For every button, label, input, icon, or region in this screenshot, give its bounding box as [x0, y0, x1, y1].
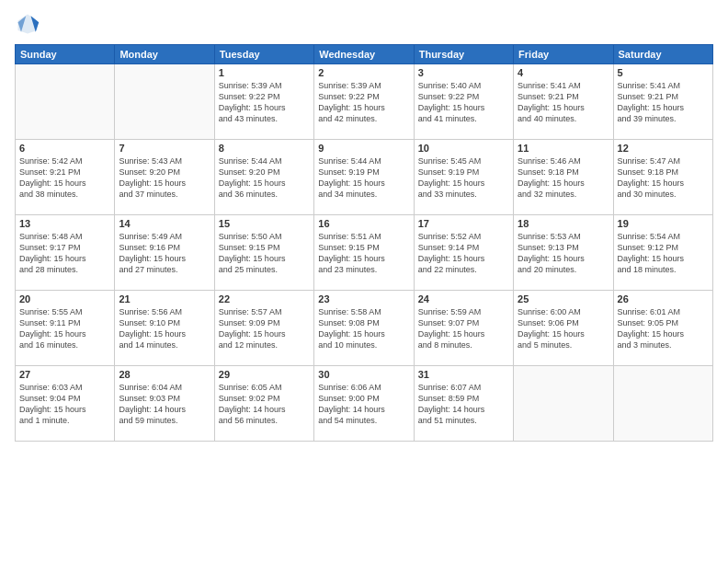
weekday-header-saturday: Saturday — [613, 45, 712, 64]
day-number: 30 — [318, 369, 409, 380]
day-number: 4 — [518, 67, 609, 78]
calendar-cell: 5Sunrise: 5:41 AM Sunset: 9:21 PM Daylig… — [613, 64, 712, 140]
cell-content: Sunrise: 6:01 AM Sunset: 9:05 PM Dayligh… — [618, 306, 709, 351]
calendar: SundayMondayTuesdayWednesdayThursdayFrid… — [15, 44, 713, 442]
day-number: 5 — [618, 67, 709, 78]
day-number: 7 — [119, 143, 210, 154]
cell-content: Sunrise: 5:52 AM Sunset: 9:14 PM Dayligh… — [418, 231, 509, 276]
day-number: 18 — [518, 218, 609, 229]
calendar-cell: 4Sunrise: 5:41 AM Sunset: 9:21 PM Daylig… — [514, 64, 613, 140]
day-number: 8 — [219, 143, 310, 154]
day-number: 20 — [19, 293, 110, 304]
calendar-cell: 29Sunrise: 6:05 AM Sunset: 9:02 PM Dayli… — [214, 366, 313, 442]
day-number: 27 — [19, 369, 110, 380]
cell-content: Sunrise: 6:05 AM Sunset: 9:02 PM Dayligh… — [219, 382, 310, 427]
cell-content: Sunrise: 5:46 AM Sunset: 9:18 PM Dayligh… — [518, 155, 609, 201]
week-row-2: 13Sunrise: 5:48 AM Sunset: 9:17 PM Dayli… — [16, 215, 713, 291]
header — [15, 11, 713, 37]
calendar-cell: 1Sunrise: 5:39 AM Sunset: 9:22 PM Daylig… — [214, 64, 313, 140]
day-number: 29 — [219, 369, 310, 380]
calendar-cell: 30Sunrise: 6:06 AM Sunset: 9:00 PM Dayli… — [314, 366, 414, 442]
week-row-4: 27Sunrise: 6:03 AM Sunset: 9:04 PM Dayli… — [16, 366, 713, 442]
cell-content: Sunrise: 5:53 AM Sunset: 9:13 PM Dayligh… — [518, 231, 609, 276]
cell-content: Sunrise: 5:54 AM Sunset: 9:12 PM Dayligh… — [618, 231, 709, 276]
cell-content: Sunrise: 5:56 AM Sunset: 9:10 PM Dayligh… — [119, 306, 210, 351]
calendar-cell — [115, 64, 214, 140]
cell-content: Sunrise: 5:45 AM Sunset: 9:19 PM Dayligh… — [418, 155, 509, 201]
calendar-cell: 8Sunrise: 5:44 AM Sunset: 9:20 PM Daylig… — [214, 140, 313, 215]
day-number: 15 — [219, 218, 310, 229]
calendar-cell: 11Sunrise: 5:46 AM Sunset: 9:18 PM Dayli… — [514, 140, 613, 215]
cell-content: Sunrise: 6:03 AM Sunset: 9:04 PM Dayligh… — [19, 382, 110, 427]
weekday-header-monday: Monday — [115, 45, 214, 64]
cell-content: Sunrise: 5:49 AM Sunset: 9:16 PM Dayligh… — [119, 231, 210, 276]
day-number: 17 — [418, 218, 509, 229]
day-number: 24 — [418, 293, 509, 304]
day-number: 1 — [219, 67, 310, 78]
weekday-header-friday: Friday — [514, 45, 613, 64]
calendar-cell: 31Sunrise: 6:07 AM Sunset: 8:59 PM Dayli… — [414, 366, 513, 442]
cell-content: Sunrise: 5:42 AM Sunset: 9:21 PM Dayligh… — [19, 155, 110, 201]
cell-content: Sunrise: 5:57 AM Sunset: 9:09 PM Dayligh… — [219, 306, 310, 351]
cell-content: Sunrise: 5:39 AM Sunset: 9:22 PM Dayligh… — [219, 80, 310, 125]
day-number: 31 — [418, 369, 509, 380]
calendar-cell: 3Sunrise: 5:40 AM Sunset: 9:22 PM Daylig… — [414, 64, 513, 140]
calendar-cell: 19Sunrise: 5:54 AM Sunset: 9:12 PM Dayli… — [613, 215, 712, 291]
calendar-cell: 24Sunrise: 5:59 AM Sunset: 9:07 PM Dayli… — [414, 291, 513, 366]
calendar-cell: 16Sunrise: 5:51 AM Sunset: 9:15 PM Dayli… — [314, 215, 414, 291]
calendar-cell: 20Sunrise: 5:55 AM Sunset: 9:11 PM Dayli… — [16, 291, 115, 366]
page: SundayMondayTuesdayWednesdayThursdayFrid… — [0, 0, 728, 563]
calendar-cell — [514, 366, 613, 442]
week-row-0: 1Sunrise: 5:39 AM Sunset: 9:22 PM Daylig… — [16, 64, 713, 140]
weekday-header-row: SundayMondayTuesdayWednesdayThursdayFrid… — [16, 45, 713, 64]
calendar-cell: 21Sunrise: 5:56 AM Sunset: 9:10 PM Dayli… — [115, 291, 214, 366]
calendar-cell: 9Sunrise: 5:44 AM Sunset: 9:19 PM Daylig… — [314, 140, 414, 215]
day-number: 2 — [318, 67, 409, 78]
day-number: 19 — [618, 218, 709, 229]
day-number: 22 — [219, 293, 310, 304]
weekday-header-wednesday: Wednesday — [314, 45, 414, 64]
calendar-cell: 14Sunrise: 5:49 AM Sunset: 9:16 PM Dayli… — [115, 215, 214, 291]
cell-content: Sunrise: 6:00 AM Sunset: 9:06 PM Dayligh… — [518, 306, 609, 351]
cell-content: Sunrise: 6:06 AM Sunset: 9:00 PM Dayligh… — [318, 382, 409, 427]
cell-content: Sunrise: 5:55 AM Sunset: 9:11 PM Dayligh… — [19, 306, 110, 351]
cell-content: Sunrise: 5:43 AM Sunset: 9:20 PM Dayligh… — [119, 155, 210, 201]
weekday-header-sunday: Sunday — [16, 45, 115, 64]
cell-content: Sunrise: 5:48 AM Sunset: 9:17 PM Dayligh… — [19, 231, 110, 276]
calendar-cell: 22Sunrise: 5:57 AM Sunset: 9:09 PM Dayli… — [214, 291, 313, 366]
calendar-cell: 10Sunrise: 5:45 AM Sunset: 9:19 PM Dayli… — [414, 140, 513, 215]
cell-content: Sunrise: 5:50 AM Sunset: 9:15 PM Dayligh… — [219, 231, 310, 276]
day-number: 3 — [418, 67, 509, 78]
cell-content: Sunrise: 5:40 AM Sunset: 9:22 PM Dayligh… — [418, 80, 509, 125]
calendar-cell: 25Sunrise: 6:00 AM Sunset: 9:06 PM Dayli… — [514, 291, 613, 366]
calendar-cell: 6Sunrise: 5:42 AM Sunset: 9:21 PM Daylig… — [16, 140, 115, 215]
day-number: 6 — [19, 143, 110, 154]
day-number: 16 — [318, 218, 409, 229]
weekday-header-tuesday: Tuesday — [214, 45, 313, 64]
cell-content: Sunrise: 5:41 AM Sunset: 9:21 PM Dayligh… — [618, 80, 709, 125]
calendar-cell: 7Sunrise: 5:43 AM Sunset: 9:20 PM Daylig… — [115, 140, 214, 215]
week-row-3: 20Sunrise: 5:55 AM Sunset: 9:11 PM Dayli… — [16, 291, 713, 366]
calendar-cell — [613, 366, 712, 442]
calendar-cell: 17Sunrise: 5:52 AM Sunset: 9:14 PM Dayli… — [414, 215, 513, 291]
calendar-cell: 2Sunrise: 5:39 AM Sunset: 9:22 PM Daylig… — [314, 64, 414, 140]
calendar-cell: 13Sunrise: 5:48 AM Sunset: 9:17 PM Dayli… — [16, 215, 115, 291]
day-number: 11 — [518, 143, 609, 154]
cell-content: Sunrise: 5:47 AM Sunset: 9:18 PM Dayligh… — [618, 155, 709, 201]
day-number: 14 — [119, 218, 210, 229]
day-number: 13 — [19, 218, 110, 229]
calendar-cell — [16, 64, 115, 140]
calendar-cell: 12Sunrise: 5:47 AM Sunset: 9:18 PM Dayli… — [613, 140, 712, 215]
cell-content: Sunrise: 5:39 AM Sunset: 9:22 PM Dayligh… — [318, 80, 409, 125]
logo — [15, 11, 44, 37]
calendar-cell: 18Sunrise: 5:53 AM Sunset: 9:13 PM Dayli… — [514, 215, 613, 291]
day-number: 12 — [618, 143, 709, 154]
day-number: 10 — [418, 143, 509, 154]
calendar-cell: 27Sunrise: 6:03 AM Sunset: 9:04 PM Dayli… — [16, 366, 115, 442]
cell-content: Sunrise: 5:44 AM Sunset: 9:20 PM Dayligh… — [219, 155, 310, 201]
cell-content: Sunrise: 6:04 AM Sunset: 9:03 PM Dayligh… — [119, 382, 210, 427]
day-number: 21 — [119, 293, 210, 304]
cell-content: Sunrise: 5:59 AM Sunset: 9:07 PM Dayligh… — [418, 306, 509, 351]
day-number: 28 — [119, 369, 210, 380]
cell-content: Sunrise: 5:41 AM Sunset: 9:21 PM Dayligh… — [518, 80, 609, 125]
